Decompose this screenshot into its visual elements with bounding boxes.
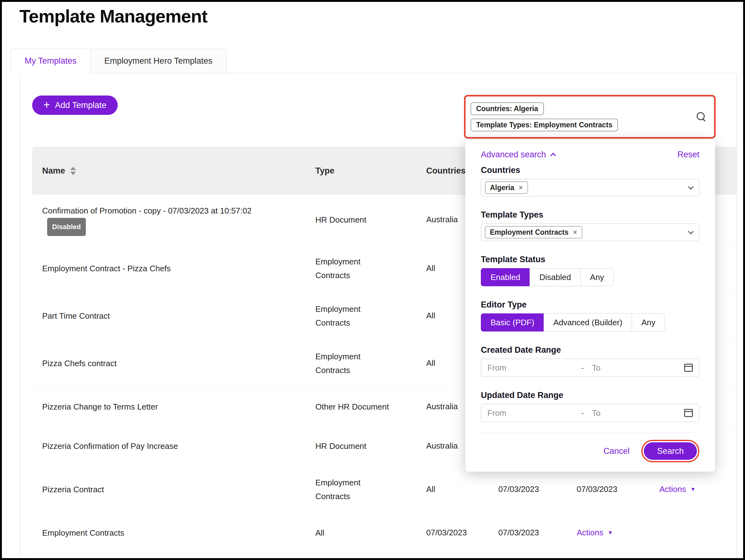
template-type-cell: All xyxy=(306,526,396,540)
template-created-cell: 07/03/2023 xyxy=(489,485,567,494)
created-from-placeholder: From xyxy=(487,363,581,373)
add-template-label: Add Template xyxy=(55,100,106,110)
template-name-cell: Pizza Chefs contract xyxy=(32,356,269,370)
calendar-icon[interactable] xyxy=(684,364,693,372)
template-name-cell: Pizzeria Contract xyxy=(32,482,269,497)
remove-tag-icon[interactable]: × xyxy=(573,228,577,237)
template-type-cell: HR Document xyxy=(306,439,396,453)
filter-chip-countries[interactable]: Countries: Algeria xyxy=(471,102,544,115)
advanced-search-panel: Advanced search Reset Countries Algeria … xyxy=(465,140,715,472)
plus-icon: + xyxy=(43,99,50,110)
caret-down-icon: ▼ xyxy=(690,486,696,493)
template-types-select[interactable]: Employment Contracts × xyxy=(481,224,700,241)
template-created-cell: 07/03/2023 xyxy=(489,528,567,537)
tab-my-templates[interactable]: My Templates xyxy=(11,49,91,73)
template-name-cell: Employment Contract - Pizza Chefs xyxy=(32,261,269,276)
countries-tag-label: Algeria xyxy=(490,184,514,192)
tabs: My Templates Employment Hero Templates xyxy=(11,49,226,73)
search-button[interactable]: Search xyxy=(644,442,697,460)
template-name-cell: Employment Contracts xyxy=(32,526,269,540)
template-type-cell: Employment Contracts xyxy=(306,476,396,503)
editor-type-advanced-button[interactable]: Advanced (Builder) xyxy=(544,314,632,331)
updated-from-placeholder: From xyxy=(487,408,581,418)
filter-search-box[interactable]: Countries: Algeria Template Types: Emplo… xyxy=(464,95,716,139)
editor-type-label: Editor Type xyxy=(481,300,700,310)
tab-employment-hero-templates[interactable]: Employment Hero Templates xyxy=(90,49,226,73)
template-type-cell: Employment Contracts xyxy=(306,302,396,330)
column-header-name[interactable]: Name xyxy=(32,166,306,176)
cancel-button[interactable]: Cancel xyxy=(603,447,629,456)
search-button-highlight: Search xyxy=(641,440,700,462)
column-header-name-label: Name xyxy=(42,166,65,176)
chevron-down-icon xyxy=(688,229,693,234)
table-row[interactable]: Pizzeria Contract Employment Contracts A… xyxy=(32,466,737,513)
template-countries-cell: 07/03/2023 xyxy=(417,528,489,537)
template-countries-cell: All xyxy=(417,485,489,494)
updated-date-range-label: Updated Date Range xyxy=(481,391,700,400)
date-range-dash: - xyxy=(581,363,584,373)
editor-type-basic-button[interactable]: Basic (PDF) xyxy=(481,314,544,331)
sort-icon[interactable] xyxy=(70,167,76,175)
template-status-segmented: Enabled Disabled Any xyxy=(481,268,700,286)
template-type-cell: Employment Contracts xyxy=(306,255,396,282)
filter-chip-template-types[interactable]: Template Types: Employment Contracts xyxy=(471,119,618,131)
template-type-cell: Employment Contracts xyxy=(306,350,396,377)
template-management-page: Template Management My Templates Employm… xyxy=(0,0,745,560)
actions-label: Actions xyxy=(577,528,603,537)
editor-type-any-button[interactable]: Any xyxy=(631,314,665,331)
panel-divider xyxy=(481,433,700,433)
reset-link[interactable]: Reset xyxy=(677,150,700,160)
page-title: Template Management xyxy=(19,6,207,27)
calendar-icon[interactable] xyxy=(684,409,693,417)
actions-menu-button[interactable]: Actions ▼ xyxy=(577,528,613,537)
template-name-cell: Part Time Contract xyxy=(32,309,269,323)
updated-date-range-input[interactable]: From - To xyxy=(481,404,700,422)
chevron-up-icon xyxy=(550,153,556,158)
template-name: Confirmation of Promotion - copy - 07/03… xyxy=(42,206,252,216)
status-badge: Disabled xyxy=(47,218,86,236)
template-types-label: Template Types xyxy=(481,210,700,220)
search-icon[interactable] xyxy=(697,112,706,122)
template-status-label: Template Status xyxy=(481,255,700,264)
advanced-search-header: Advanced search Reset xyxy=(481,149,700,160)
add-template-button[interactable]: + Add Template xyxy=(32,96,118,115)
countries-selected-tag: Algeria × xyxy=(485,182,528,194)
actions-menu-button[interactable]: Actions ▼ xyxy=(659,485,696,494)
remove-tag-icon[interactable]: × xyxy=(519,183,523,192)
template-status-any-button[interactable]: Any xyxy=(580,268,614,286)
actions-label: Actions xyxy=(659,485,686,494)
countries-label: Countries xyxy=(481,165,700,175)
template-name-cell: Confirmation of Promotion - copy - 07/03… xyxy=(32,203,269,236)
created-date-range-input[interactable]: From - To xyxy=(481,359,700,377)
editor-type-segmented: Basic (PDF) Advanced (Builder) Any xyxy=(481,314,700,331)
template-updated-cell: 07/03/2023 xyxy=(567,485,650,494)
created-to-placeholder: To xyxy=(592,363,601,373)
advanced-search-toggle[interactable]: Advanced search xyxy=(481,150,555,160)
active-filter-chips: Countries: Algeria Template Types: Emplo… xyxy=(465,99,623,135)
updated-to-placeholder: To xyxy=(592,408,601,418)
column-header-type: Type xyxy=(306,166,417,176)
table-row[interactable]: Employment Contracts All 07/03/2023 07/0… xyxy=(32,513,737,553)
countries-select[interactable]: Algeria × xyxy=(481,179,700,196)
template-name-cell: Pizzeria Change to Terms Letter xyxy=(32,400,269,414)
chevron-down-icon xyxy=(688,184,693,190)
template-name-cell: Pizzeria Confirmation of Pay Increase xyxy=(32,439,269,453)
date-range-dash: - xyxy=(581,408,584,418)
template-status-enabled-button[interactable]: Enabled xyxy=(481,268,530,286)
template-type-cell: HR Document xyxy=(306,213,396,227)
template-types-selected-tag: Employment Contracts × xyxy=(485,226,582,238)
panel-footer: Cancel Search xyxy=(481,440,700,462)
template-types-tag-label: Employment Contracts xyxy=(490,228,569,237)
advanced-search-label: Advanced search xyxy=(481,150,546,160)
created-date-range-label: Created Date Range xyxy=(481,345,700,355)
caret-down-icon: ▼ xyxy=(608,530,613,536)
template-type-cell: Other HR Document xyxy=(306,400,396,414)
template-status-disabled-button[interactable]: Disabled xyxy=(529,268,580,286)
